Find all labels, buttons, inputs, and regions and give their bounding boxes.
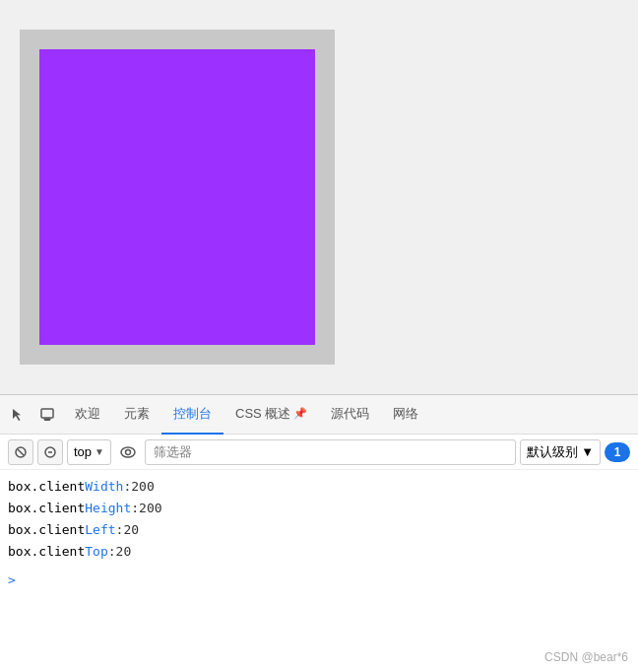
svg-point-7 bbox=[121, 447, 135, 457]
tab-bar: 欢迎 元素 控制台 CSS 概述 📌 源代码 网络 bbox=[0, 395, 638, 435]
clear-console-button[interactable] bbox=[8, 439, 33, 465]
device-icon[interactable] bbox=[33, 401, 61, 429]
console-output: box.clientWidth:200 box.clientHeight:200… bbox=[0, 470, 638, 569]
console-prompt[interactable]: > bbox=[0, 569, 638, 591]
watermark: CSDN @bear*6 bbox=[544, 650, 628, 664]
tab-console[interactable]: 控制台 bbox=[161, 395, 223, 435]
svg-rect-0 bbox=[41, 409, 53, 418]
eye-button[interactable] bbox=[115, 439, 141, 465]
filter-input[interactable] bbox=[145, 439, 516, 465]
devtools-panel: 欢迎 元素 控制台 CSS 概述 📌 源代码 网络 bbox=[0, 394, 638, 672]
tab-network[interactable]: 网络 bbox=[381, 395, 430, 435]
inspect-icon[interactable] bbox=[4, 401, 32, 429]
tab-css-overview[interactable]: CSS 概述 📌 bbox=[223, 395, 319, 435]
console-line-4: box.clientTop:20 bbox=[8, 541, 630, 563]
log-level-dropdown[interactable]: 默认级别 ▼ bbox=[520, 439, 601, 465]
console-line-2: box.clientHeight:200 bbox=[8, 498, 630, 519]
pin-icon: 📌 bbox=[293, 407, 307, 420]
message-count-badge: 1 bbox=[605, 442, 630, 462]
console-line-1: box.clientWidth:200 bbox=[8, 476, 630, 498]
outer-box bbox=[20, 30, 335, 365]
tab-elements[interactable]: 元素 bbox=[112, 395, 161, 435]
svg-line-4 bbox=[18, 449, 24, 455]
filter-toggle-button[interactable] bbox=[37, 439, 63, 465]
preview-area bbox=[0, 0, 638, 394]
svg-point-8 bbox=[125, 449, 130, 454]
level-dropdown-arrow-icon: ▼ bbox=[581, 444, 594, 459]
console-toolbar: top ▼ 默认级别 ▼ 1 bbox=[0, 435, 638, 470]
console-line-3: box.clientLeft:20 bbox=[8, 519, 630, 541]
inner-box bbox=[39, 49, 315, 345]
dropdown-arrow-icon: ▼ bbox=[95, 446, 104, 457]
tab-sources[interactable]: 源代码 bbox=[319, 395, 381, 435]
tab-welcome[interactable]: 欢迎 bbox=[63, 395, 112, 435]
context-dropdown[interactable]: top ▼ bbox=[67, 439, 111, 465]
